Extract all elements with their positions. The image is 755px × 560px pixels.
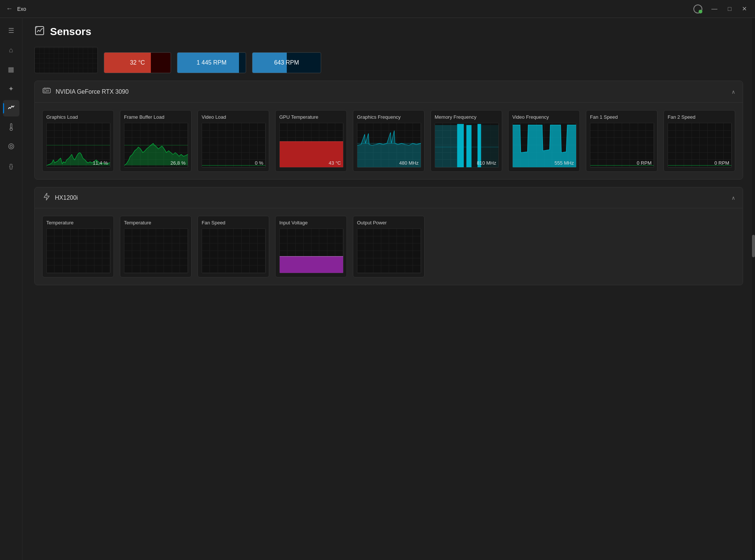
power-icon bbox=[42, 193, 50, 203]
sensor-card-memory-frequency: Memory Frequency bbox=[431, 110, 502, 172]
top-bar-blue2: 643 RPM bbox=[252, 52, 321, 73]
globe-circle bbox=[693, 4, 702, 13]
hx1200i-section-header[interactable]: HX1200i ∧ bbox=[35, 187, 743, 208]
sensor-chart-output-power bbox=[357, 228, 421, 273]
top-bar-red-value: 32 °C bbox=[130, 59, 145, 66]
nvidia-section-title: NVIDIA GeForce RTX 3090 bbox=[56, 88, 128, 95]
gpu-icon bbox=[42, 86, 51, 97]
nvidia-section-title-area: NVIDIA GeForce RTX 3090 bbox=[42, 86, 128, 97]
sensor-value-video-frequency: 555 MHz bbox=[554, 160, 574, 166]
close-button[interactable]: ✕ bbox=[740, 4, 749, 13]
svg-rect-25 bbox=[466, 125, 472, 167]
app-title: Exo bbox=[17, 6, 26, 12]
sidebar-item-menu[interactable]: ☰ bbox=[3, 22, 19, 39]
sensor-card-video-load: Video Load 0 % bbox=[198, 110, 269, 172]
svg-rect-5 bbox=[35, 27, 37, 28]
sidebar-item-circle[interactable] bbox=[3, 139, 19, 155]
circle-icon bbox=[7, 143, 15, 152]
back-button[interactable]: ← bbox=[6, 5, 13, 13]
sensor-value-gpu-temperature: 43 °C bbox=[329, 160, 341, 166]
chart-svg-input-voltage bbox=[280, 229, 343, 273]
top-mini-chart bbox=[34, 47, 98, 73]
hx1200i-section-title-area: HX1200i bbox=[42, 193, 78, 203]
sensor-card-psu-fan-speed: Fan Speed bbox=[198, 216, 269, 277]
sensor-value-graphics-load: 11,4 % bbox=[93, 160, 108, 166]
sensor-chart-temperature-1 bbox=[46, 228, 111, 273]
sensor-chart-video-frequency: 555 MHz bbox=[512, 123, 577, 168]
maximize-button[interactable]: □ bbox=[726, 5, 734, 13]
app-layout: ☰ ⌂ ▦ ✦ bbox=[0, 18, 755, 560]
sensor-chart-input-voltage bbox=[279, 228, 344, 273]
sidebar-item-brackets[interactable]: {} bbox=[3, 158, 19, 175]
sensor-card-fan1-speed: Fan 1 Speed 0 RPM bbox=[586, 110, 658, 172]
sensor-chart-graphics-frequency: 480 MHz bbox=[357, 123, 421, 168]
sensor-value-video-load: 0 % bbox=[255, 160, 263, 166]
page-header-icon bbox=[34, 25, 45, 38]
sensor-value-memory-frequency: 810 MHz bbox=[477, 160, 496, 166]
chart-grid bbox=[202, 229, 265, 273]
scrollbar-thumb[interactable] bbox=[752, 235, 755, 257]
sensor-card-temperature-2: Temperature bbox=[120, 216, 192, 277]
sensor-card-input-voltage: Input Voltage bbox=[275, 216, 347, 277]
sensor-card-graphics-frequency: Graphics Frequency bbox=[353, 110, 425, 172]
sidebar-item-dashboard[interactable]: ▦ bbox=[3, 61, 19, 78]
sidebar-item-sensors[interactable] bbox=[3, 100, 19, 116]
sidebar-item-lights[interactable]: ✦ bbox=[3, 81, 19, 97]
sensor-chart-psu-fan-speed bbox=[202, 228, 266, 273]
sensor-card-temperature-1: Temperature bbox=[42, 216, 114, 277]
sensor-title-memory-frequency: Memory Frequency bbox=[435, 114, 498, 120]
svg-rect-7 bbox=[44, 90, 46, 92]
svg-rect-34 bbox=[280, 256, 343, 273]
sensor-title-fan1-speed: Fan 1 Speed bbox=[590, 114, 653, 120]
brackets-icon: {} bbox=[9, 163, 13, 170]
sensor-title-frame-buffer-load: Frame Buffer Load bbox=[124, 114, 187, 120]
minimize-button[interactable]: — bbox=[709, 5, 720, 13]
home-icon: ⌂ bbox=[9, 46, 13, 54]
window-controls: — □ ✕ bbox=[693, 4, 749, 14]
svg-point-2 bbox=[9, 144, 14, 149]
sensor-value-fan2-speed: 0 RPM bbox=[714, 160, 729, 166]
chart-grid bbox=[124, 229, 188, 273]
nvidia-chevron-icon: ∧ bbox=[731, 89, 735, 95]
nvidia-section-header[interactable]: NVIDIA GeForce RTX 3090 ∧ bbox=[35, 81, 743, 103]
nvidia-section: NVIDIA GeForce RTX 3090 ∧ Graphics Load bbox=[34, 81, 743, 180]
page-title: Sensors bbox=[50, 26, 91, 38]
top-bar-blue2-value: 643 RPM bbox=[274, 59, 299, 66]
sensor-value-fan1-speed: 0 RPM bbox=[637, 160, 652, 166]
menu-icon: ☰ bbox=[8, 27, 14, 35]
sensor-card-video-frequency: Video Frequency bbox=[508, 110, 580, 172]
chart-grid bbox=[357, 229, 421, 273]
svg-rect-27 bbox=[464, 123, 466, 167]
sensors-icon bbox=[7, 104, 15, 113]
globe-status-dot bbox=[699, 10, 702, 13]
page-header: Sensors bbox=[34, 25, 743, 38]
sensor-title-video-load: Video Load bbox=[202, 114, 265, 120]
sidebar-item-home[interactable]: ⌂ bbox=[3, 42, 19, 58]
sensor-title-fan2-speed: Fan 2 Speed bbox=[668, 114, 731, 120]
sidebar-item-thermometer[interactable] bbox=[3, 119, 19, 136]
hx1200i-section: HX1200i ∧ Temperature bbox=[34, 187, 743, 285]
hx1200i-sensor-grid: Temperature Temperature bbox=[35, 208, 743, 285]
sensor-title-temperature-2: Temperature bbox=[124, 220, 187, 225]
top-bar-blue1-value: 1 445 RPM bbox=[196, 59, 226, 66]
sensor-chart-temperature-2 bbox=[124, 228, 188, 273]
scrollbar-track bbox=[752, 18, 755, 560]
sensor-chart-graphics-load: 11,4 % bbox=[46, 123, 111, 168]
svg-point-3 bbox=[10, 145, 12, 147]
sensor-card-frame-buffer-load: Frame Buffer Load bbox=[120, 110, 192, 172]
sensor-chart-memory-frequency: 810 MHz bbox=[435, 123, 499, 168]
svg-rect-24 bbox=[457, 124, 464, 167]
sensor-title-gpu-temperature: GPU Temperature bbox=[279, 114, 343, 120]
sensor-title-output-power: Output Power bbox=[357, 220, 420, 225]
dashboard-icon: ▦ bbox=[8, 65, 14, 74]
hx1200i-chevron-icon: ∧ bbox=[731, 195, 735, 201]
main-content: Sensors 32 °C 1 445 RPM 643 RPM bbox=[22, 18, 755, 560]
top-bar-red: 32 °C bbox=[104, 52, 171, 73]
chart-grid bbox=[47, 229, 110, 273]
sidebar: ☰ ⌂ ▦ ✦ bbox=[0, 18, 22, 560]
sensor-card-output-power: Output Power bbox=[353, 216, 425, 277]
sensor-title-graphics-frequency: Graphics Frequency bbox=[357, 114, 420, 120]
hx1200i-section-title: HX1200i bbox=[55, 195, 78, 201]
sensor-chart-fan1-speed: 0 RPM bbox=[590, 123, 654, 168]
sensor-title-video-frequency: Video Frequency bbox=[512, 114, 576, 120]
